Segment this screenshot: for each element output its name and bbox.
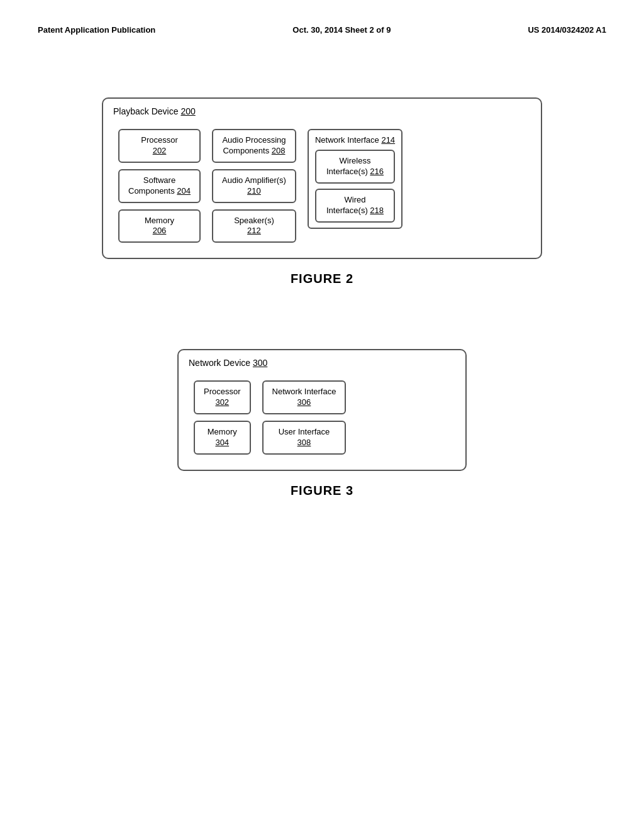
page: Patent Application Publication Oct. 30, …: [0, 0, 644, 830]
figure3-diagram: Network Device 300 Processor302 Memory30…: [177, 349, 467, 471]
header-left: Patent Application Publication: [38, 25, 155, 35]
speaker-212-box: Speaker(s)212: [212, 209, 296, 243]
audio-processing-208-label: Audio ProcessingComponents 208: [222, 135, 286, 155]
figure3-diagram-title: Network Device 300: [189, 358, 267, 368]
wireless-interface-216-label: WirelessInterface(s) 216: [326, 156, 384, 176]
figure2-label: FIGURE 2: [291, 272, 353, 286]
network-interface-group: Network Interface 214 WirelessInterface(…: [308, 129, 402, 229]
memory-304-label: Memory304: [208, 427, 237, 447]
page-header: Patent Application Publication Oct. 30, …: [38, 25, 606, 47]
memory-206-box: Memory206: [118, 209, 201, 243]
audio-amplifier-210-box: Audio Amplifier(s)210: [212, 169, 296, 203]
user-interface-308-box: User Interface308: [262, 421, 347, 455]
user-interface-308-label: User Interface308: [279, 427, 330, 447]
figure3-label: FIGURE 3: [291, 484, 353, 498]
figure2-col3: Network Interface 214 WirelessInterface(…: [308, 129, 402, 229]
header-center: Oct. 30, 2014 Sheet 2 of 9: [292, 25, 391, 35]
network-interface-306-box: Network Interface306: [262, 380, 347, 414]
wired-interface-218-box: WiredInterface(s) 218: [315, 189, 395, 223]
figure2-inner: Processor202 SoftwareComponents 204 Memo…: [118, 129, 526, 243]
memory-206-label: Memory206: [145, 216, 174, 236]
network-interface-214-title: Network Interface 214: [315, 135, 395, 145]
header-right: US 2014/0324202 A1: [528, 25, 606, 35]
figure2-col1: Processor202 SoftwareComponents 204 Memo…: [118, 129, 201, 243]
figure3-inner: Processor302 Memory304 Network Interface…: [194, 380, 450, 455]
software-components-204-label: SoftwareComponents 204: [128, 175, 191, 196]
figure2-col2: Audio ProcessingComponents 208 Audio Amp…: [212, 129, 296, 243]
figure2-diagram: Playback Device 200 Processor202 Softwar…: [102, 97, 542, 259]
wireless-interface-216-box: WirelessInterface(s) 216: [315, 150, 395, 184]
figure3-section: Network Device 300 Processor302 Memory30…: [38, 349, 606, 498]
wired-interface-218-label: WiredInterface(s) 218: [326, 195, 384, 215]
network-interface-306-label: Network Interface306: [272, 387, 336, 407]
processor-202-box: Processor202: [118, 129, 201, 163]
processor-202-label: Processor202: [141, 135, 178, 155]
audio-amplifier-210-label: Audio Amplifier(s)210: [222, 175, 286, 196]
speaker-212-label: Speaker(s)212: [234, 216, 274, 236]
processor-302-box: Processor302: [194, 380, 251, 414]
figure3-col2: Network Interface306 User Interface308: [262, 380, 347, 455]
audio-processing-208-box: Audio ProcessingComponents 208: [212, 129, 296, 163]
software-components-204-box: SoftwareComponents 204: [118, 169, 201, 203]
processor-302-label: Processor302: [204, 387, 241, 407]
memory-304-box: Memory304: [194, 421, 251, 455]
figure2-diagram-title: Playback Device 200: [113, 106, 196, 116]
figure3-col1: Processor302 Memory304: [194, 380, 251, 455]
figure2-section: Playback Device 200 Processor202 Softwar…: [38, 97, 606, 286]
